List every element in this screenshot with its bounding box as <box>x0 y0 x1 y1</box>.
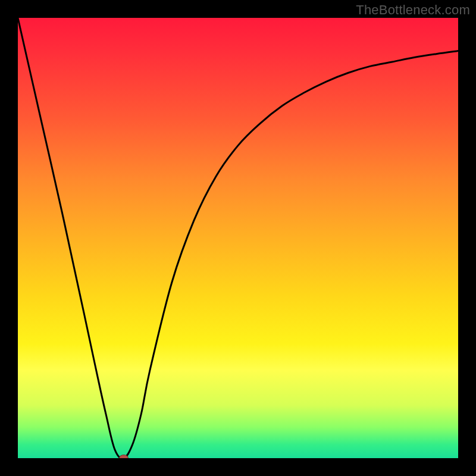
chart-frame: TheBottleneck.com <box>0 0 476 476</box>
curve-svg <box>18 18 458 458</box>
watermark-text: TheBottleneck.com <box>356 2 470 18</box>
bottleneck-curve <box>18 18 458 458</box>
plot-area <box>18 18 458 458</box>
minimum-marker <box>119 455 129 458</box>
